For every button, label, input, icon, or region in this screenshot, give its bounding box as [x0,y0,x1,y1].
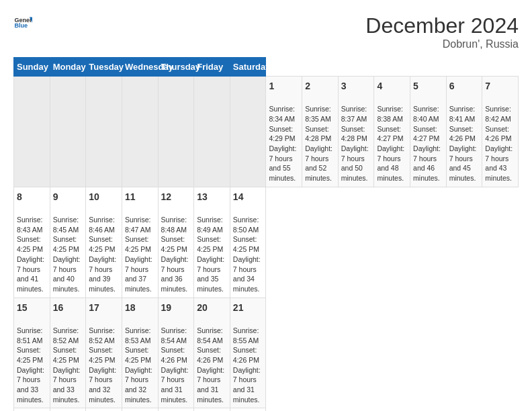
sunset-text: Sunset: 4:27 PM [377,125,403,143]
daylight-text: Daylight: 7 hours and 36 minutes. [161,255,189,293]
day-number: 5 [413,80,443,93]
svg-text:Blue: Blue [14,22,28,29]
calendar-table: SundayMondayTuesdayWednesdayThursdayFrid… [13,57,519,411]
sunrise-text: Sunrise: 8:38 AM [377,105,403,123]
sunrise-text: Sunrise: 8:53 AM [125,326,151,345]
day-number: 1 [269,80,299,93]
day-number: 18 [125,302,155,315]
daylight-text: Daylight: 7 hours and 43 minutes. [485,144,513,182]
calendar-cell: 1Sunrise: 8:34 AMSunset: 4:29 PMDaylight… [266,77,302,187]
calendar-cell: 17Sunrise: 8:52 AMSunset: 4:25 PMDayligh… [86,298,122,408]
sunrise-text: Sunrise: 8:52 AM [53,326,79,345]
header-day-saturday: Saturday [230,58,266,77]
sunrise-text: Sunrise: 8:49 AM [197,216,223,234]
sunset-text: Sunset: 4:29 PM [269,125,295,143]
calendar-cell: 18Sunrise: 8:53 AMSunset: 4:25 PMDayligh… [122,298,158,408]
sunrise-text: Sunrise: 8:43 AM [17,216,43,234]
day-number: 12 [161,191,191,204]
calendar-cell: 28Sunrise: 8:57 AMSunset: 4:31 PMDayligh… [230,408,266,411]
sunset-text: Sunset: 4:26 PM [161,346,187,364]
day-number: 10 [89,191,119,204]
sunset-text: Sunset: 4:25 PM [233,235,259,253]
sunrise-text: Sunrise: 8:51 AM [17,326,43,345]
daylight-text: Daylight: 7 hours and 35 minutes. [197,255,224,293]
day-number: 3 [341,80,371,93]
daylight-text: Daylight: 7 hours and 33 minutes. [53,366,81,404]
header-day-friday: Friday [194,58,230,77]
calendar-cell: 14Sunrise: 8:50 AMSunset: 4:25 PMDayligh… [230,187,266,298]
sunset-text: Sunset: 4:26 PM [485,125,511,143]
day-number: 13 [197,191,227,204]
calendar-cell: 9Sunrise: 8:45 AMSunset: 4:25 PMDaylight… [50,187,86,298]
day-number: 8 [17,191,47,204]
daylight-text: Daylight: 7 hours and 52 minutes. [305,144,332,182]
sunrise-text: Sunrise: 8:46 AM [89,216,115,234]
title-block: December 2024 Dobrun', Russia [365,13,519,50]
day-number: 14 [233,191,263,204]
sunrise-text: Sunrise: 8:50 AM [233,216,259,234]
sunset-text: Sunset: 4:25 PM [197,235,223,253]
daylight-text: Daylight: 7 hours and 32 minutes. [89,366,116,404]
sunrise-text: Sunrise: 8:41 AM [449,105,476,123]
sunset-text: Sunset: 4:27 PM [413,125,439,143]
calendar-cell: 11Sunrise: 8:47 AMSunset: 4:25 PMDayligh… [122,187,158,298]
sunset-text: Sunset: 4:25 PM [53,235,79,253]
sunset-text: Sunset: 4:25 PM [125,235,151,253]
calendar-cell [50,77,86,187]
sunset-text: Sunset: 4:25 PM [89,346,115,364]
calendar-week-3: 15Sunrise: 8:51 AMSunset: 4:25 PMDayligh… [14,298,519,408]
sunset-text: Sunset: 4:25 PM [125,346,151,364]
logo-icon: General Blue [13,13,32,32]
daylight-text: Daylight: 7 hours and 48 minutes. [377,144,404,182]
calendar-cell [14,77,50,187]
day-number: 2 [305,80,335,93]
daylight-text: Daylight: 7 hours and 40 minutes. [53,255,81,293]
daylight-text: Daylight: 7 hours and 31 minutes. [161,366,189,404]
header-day-monday: Monday [50,58,86,77]
day-number: 11 [125,191,155,204]
calendar-cell: 13Sunrise: 8:49 AMSunset: 4:25 PMDayligh… [194,187,230,298]
calendar-cell: 26Sunrise: 8:57 AMSunset: 4:29 PMDayligh… [158,408,194,411]
sunset-text: Sunset: 4:28 PM [305,125,331,143]
sunrise-text: Sunrise: 8:34 AM [269,105,295,123]
calendar-cell [86,77,122,187]
day-number: 19 [161,302,191,315]
daylight-text: Daylight: 7 hours and 31 minutes. [233,366,261,404]
calendar-cell [158,77,194,187]
day-number: 20 [197,302,227,315]
sunrise-text: Sunrise: 8:45 AM [53,216,79,234]
calendar-cell: 24Sunrise: 8:56 AMSunset: 4:28 PMDayligh… [86,408,122,411]
sunrise-text: Sunrise: 8:47 AM [125,216,151,234]
sunset-text: Sunset: 4:25 PM [17,346,43,364]
header-day-tuesday: Tuesday [86,58,122,77]
header-row: SundayMondayTuesdayWednesdayThursdayFrid… [14,58,519,77]
calendar-cell: 15Sunrise: 8:51 AMSunset: 4:25 PMDayligh… [14,298,50,408]
calendar-cell: 7Sunrise: 8:42 AMSunset: 4:26 PMDaylight… [482,77,519,187]
day-number: 17 [89,302,119,315]
calendar-week-2: 8Sunrise: 8:43 AMSunset: 4:25 PMDaylight… [14,187,519,298]
sunrise-text: Sunrise: 8:40 AM [413,105,439,123]
calendar-cell: 23Sunrise: 8:56 AMSunset: 4:27 PMDayligh… [50,408,86,411]
daylight-text: Daylight: 7 hours and 45 minutes. [449,144,477,182]
calendar-cell: 27Sunrise: 8:57 AMSunset: 4:30 PMDayligh… [194,408,230,411]
page-header: General Blue December 2024 Dobrun', Russ… [13,13,519,50]
sunrise-text: Sunrise: 8:55 AM [233,326,259,345]
sunrise-text: Sunrise: 8:48 AM [161,216,187,234]
header-day-sunday: Sunday [14,58,50,77]
header-day-wednesday: Wednesday [122,58,158,77]
calendar-cell: 21Sunrise: 8:55 AMSunset: 4:26 PMDayligh… [230,298,266,408]
sunrise-text: Sunrise: 8:35 AM [305,105,331,123]
sunset-text: Sunset: 4:25 PM [89,235,115,253]
sub-title: Dobrun', Russia [365,38,519,50]
day-number: 15 [17,302,47,315]
sunset-text: Sunset: 4:25 PM [53,346,79,364]
main-title: December 2024 [365,13,519,38]
calendar-cell: 8Sunrise: 8:43 AMSunset: 4:25 PMDaylight… [14,187,50,298]
daylight-text: Daylight: 7 hours and 50 minutes. [341,144,369,182]
calendar-cell: 22Sunrise: 8:55 AMSunset: 4:27 PMDayligh… [14,408,50,411]
daylight-text: Daylight: 7 hours and 34 minutes. [233,255,261,293]
sunset-text: Sunset: 4:26 PM [449,125,476,143]
sunrise-text: Sunrise: 8:52 AM [89,326,115,345]
sunrise-text: Sunrise: 8:37 AM [341,105,367,123]
day-number: 6 [449,80,480,93]
